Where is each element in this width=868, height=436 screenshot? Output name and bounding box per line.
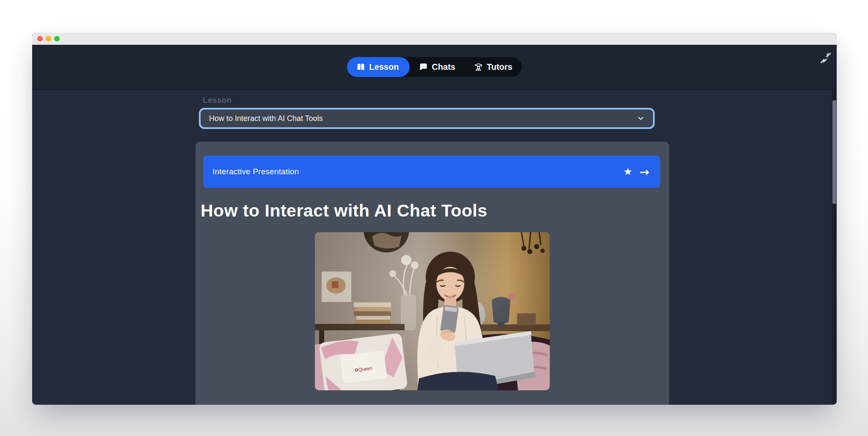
desktop-background: Lesson Chats Tutors <box>0 0 868 436</box>
main-tab-bar: Lesson Chats Tutors <box>347 57 521 77</box>
star-icon[interactable]: ★ <box>623 167 633 177</box>
collapse-arrows-icon <box>819 52 832 64</box>
interactive-presentation-banner[interactable]: Interactive Presentation ★ → <box>203 156 660 188</box>
zoom-window-button[interactable] <box>54 36 60 41</box>
lesson-field-label: Lesson <box>203 96 231 105</box>
tab-chats[interactable]: Chats <box>410 57 465 77</box>
chat-bubble-icon <box>419 63 428 71</box>
tab-lesson-label: Lesson <box>369 62 399 72</box>
banner-title: Interactive Presentation <box>212 167 623 176</box>
lesson-heading: How to Interact with AI Chat Tools <box>201 202 669 219</box>
lesson-select[interactable]: How to Interact with AI Chat Tools <box>199 108 655 129</box>
scrollbar-thumb[interactable] <box>832 100 836 204</box>
banner-icons: ★ → <box>623 166 649 178</box>
collapse-fullscreen-button[interactable] <box>818 50 833 66</box>
lesson-content-area: Lesson How to Interact with AI Chat Tool… <box>32 90 837 405</box>
arrow-right-icon[interactable]: → <box>639 166 649 178</box>
book-open-icon <box>356 63 365 71</box>
minimize-window-button[interactable] <box>46 36 51 41</box>
chevron-down-icon <box>637 115 645 122</box>
app-window: Lesson Chats Tutors <box>32 33 837 405</box>
scrollbar-track[interactable] <box>832 90 837 405</box>
tab-tutors[interactable]: Tutors <box>465 57 522 77</box>
lesson-photo: ✿Queen <box>315 232 550 390</box>
tab-tutors-label: Tutors <box>487 62 513 72</box>
tab-lesson[interactable]: Lesson <box>347 57 410 77</box>
window-titlebar <box>32 33 837 45</box>
app-header: Lesson Chats Tutors <box>32 45 837 90</box>
graduation-tutor-icon <box>474 63 483 71</box>
lesson-select-value: How to Interact with AI Chat Tools <box>209 114 637 123</box>
tab-chats-label: Chats <box>432 62 455 72</box>
close-window-button[interactable] <box>37 36 43 41</box>
lesson-card: Interactive Presentation ★ → How to Inte… <box>196 142 669 405</box>
